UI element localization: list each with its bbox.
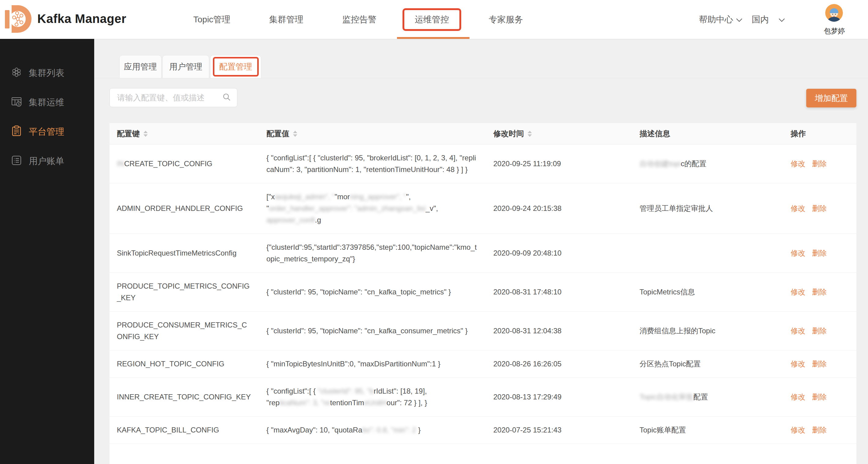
table-row: INCREATE_TOPIC_CONFIG{ "configList":[ { …	[110, 144, 857, 183]
sidebar-item-label: 集群列表	[29, 67, 64, 79]
column-label: 操作	[790, 128, 806, 139]
description-cell: 分区热点Topic配置	[632, 350, 783, 377]
actions-cell: 修改删除	[783, 383, 857, 410]
table-row: KAFKA_TOPIC_BILL_CONFIG{ "maxAvgDay": 10…	[110, 416, 857, 444]
config-search-box	[110, 88, 237, 107]
actions-cell: 修改删除	[783, 150, 857, 177]
actions-cell: 修改删除	[783, 279, 857, 306]
column-config-value[interactable]: 配置值	[259, 128, 486, 139]
tab-user-management[interactable]: 用户管理	[162, 55, 209, 78]
actions-cell: 修改删除	[783, 240, 857, 267]
column-description: 描述信息	[632, 128, 783, 139]
column-label: 配置值	[267, 128, 289, 139]
region-label: 国内	[752, 14, 769, 25]
sort-icon[interactable]	[293, 131, 297, 137]
edit-link[interactable]: 修改	[790, 247, 805, 259]
region-menu[interactable]: 国内	[752, 0, 785, 39]
sidebar-item-platform-admin[interactable]: 平台管理	[0, 117, 94, 147]
platform-admin-icon	[10, 125, 23, 139]
edit-link[interactable]: 修改	[790, 286, 805, 298]
table-row: ADMIN_ORDER_HANDLER_CONFIG["xiaojukeji_a…	[110, 183, 857, 234]
actions-cell: 修改删除	[783, 416, 857, 443]
delete-link[interactable]: 删除	[812, 286, 827, 298]
user-name: 包梦婷	[816, 26, 853, 36]
modified-time-cell: 2020-09-09 20:48:10	[486, 240, 632, 267]
nav-item-expert-service[interactable]: 专家服务	[489, 0, 523, 39]
description-cell: TopicMetrics信息	[632, 279, 783, 306]
app-title: Kafka Manager	[37, 12, 126, 26]
column-label: 配置键	[117, 128, 140, 139]
description-cell: 管理员工单指定审批人	[632, 195, 783, 222]
help-center-menu[interactable]: 帮助中心	[699, 0, 743, 39]
config-table: 配置键 配置值 修改时间 描述信息 操作 INCREATE_TOPIC_CONF…	[110, 123, 857, 464]
sidebar-item-cluster-list[interactable]: 集群列表	[0, 58, 94, 88]
delete-link[interactable]: 删除	[812, 358, 827, 370]
sort-icon[interactable]	[528, 131, 532, 137]
delete-link[interactable]: 删除	[812, 158, 827, 170]
search-icon[interactable]	[222, 92, 231, 103]
config-value-cell: ["xiaojukeji_admin", ""morning_approver"…	[259, 183, 486, 234]
add-config-button[interactable]: 增加配置	[806, 89, 857, 108]
delete-link[interactable]: 删除	[812, 391, 827, 403]
table-body: INCREATE_TOPIC_CONFIG{ "configList":[ { …	[110, 144, 857, 444]
chevron-down-icon	[736, 15, 743, 25]
description-cell: Topic账单配置	[632, 416, 783, 443]
sidebar-item-cluster-ops[interactable]: $ 集群运维	[0, 88, 94, 117]
edit-link[interactable]: 修改	[790, 391, 805, 403]
modified-time-cell: 2020-09-25 11:19:09	[486, 150, 632, 177]
table-row: REGION_HOT_TOPIC_CONFIG{ "minTopicBytesI…	[110, 350, 857, 378]
column-config-key[interactable]: 配置键	[110, 128, 259, 139]
sidebar-item-label: 用户账单	[29, 155, 64, 167]
sidebar-item-label: 集群运维	[29, 96, 64, 109]
column-actions: 操作	[783, 128, 857, 139]
table-row: PRODUCE_CONSUMER_METRICS_CONFIG_KEY{ "cl…	[110, 312, 857, 350]
config-key-cell: SinkTopicRequestTimeMetricsConfig	[110, 240, 259, 267]
column-label: 描述信息	[640, 128, 670, 139]
config-key-cell: INCREATE_TOPIC_CONFIG	[110, 150, 259, 177]
edit-link[interactable]: 修改	[790, 158, 805, 170]
modified-time-cell: 2020-07-25 15:21:43	[486, 416, 632, 443]
tab-config-management-label: 配置管理	[219, 62, 252, 71]
actions-cell: 修改删除	[783, 350, 857, 377]
edit-link[interactable]: 修改	[790, 325, 805, 337]
tab-config-management[interactable]: 配置管理	[210, 55, 261, 78]
table-header: 配置键 配置值 修改时间 描述信息 操作	[110, 123, 857, 144]
tab-app-management[interactable]: 应用管理	[119, 55, 161, 78]
modified-time-cell: 2020-09-24 20:15:38	[486, 195, 632, 222]
sidebar: 集群列表 $ 集群运维	[0, 39, 94, 464]
edit-link[interactable]: 修改	[790, 203, 805, 214]
sidebar-item-user-bill[interactable]: 用户账单	[0, 147, 94, 176]
delete-link[interactable]: 删除	[812, 424, 827, 436]
column-modified-time[interactable]: 修改时间	[486, 128, 632, 139]
user-avatar[interactable]	[825, 4, 843, 22]
cluster-list-icon	[10, 66, 23, 81]
config-value-cell: { "clusterId": 95, "topicName": "cn_kafk…	[259, 317, 486, 344]
delete-link[interactable]: 删除	[812, 203, 827, 214]
page: Kafka Manager Topic管理 集群管理 监控告警 运维管控 专家服…	[0, 0, 868, 464]
config-key-cell: KAFKA_TOPIC_BILL_CONFIG	[110, 416, 259, 443]
active-nav-underline	[397, 37, 469, 39]
description-cell	[632, 245, 783, 261]
modified-time-cell: 2020-08-31 12:04:38	[486, 317, 632, 344]
config-value-cell: {"clusterId":95,"startId":37397856,"step…	[259, 234, 486, 272]
sort-icon[interactable]	[144, 131, 148, 137]
nav-item-cluster-management[interactable]: 集群管理	[269, 0, 303, 39]
delete-link[interactable]: 删除	[812, 325, 827, 337]
edit-link[interactable]: 修改	[790, 424, 805, 436]
top-header: Kafka Manager Topic管理 集群管理 监控告警 运维管控 专家服…	[0, 0, 868, 39]
nav-item-ops-control[interactable]: 运维管控	[415, 0, 449, 39]
config-search-input[interactable]	[117, 93, 222, 103]
user-bill-icon	[10, 154, 23, 169]
annotation-box-tab: 配置管理	[213, 57, 259, 77]
nav-item-topic-management[interactable]: Topic管理	[193, 0, 230, 39]
annotation-box-nav: 运维管控	[403, 8, 461, 31]
column-label: 修改时间	[493, 128, 524, 139]
table-row: INNER_CREATE_TOPIC_CONFIG_KEY{ "configLi…	[110, 378, 857, 416]
nav-item-monitor-alert[interactable]: 监控告警	[342, 0, 376, 39]
edit-link[interactable]: 修改	[790, 358, 805, 370]
description-cell: 消费组信息上报的Topic	[632, 317, 783, 344]
nav-item-ops-control-label: 运维管控	[415, 15, 449, 24]
cluster-ops-icon: $	[10, 95, 23, 110]
config-key-cell: INNER_CREATE_TOPIC_CONFIG_KEY	[110, 383, 259, 410]
delete-link[interactable]: 删除	[812, 247, 827, 259]
